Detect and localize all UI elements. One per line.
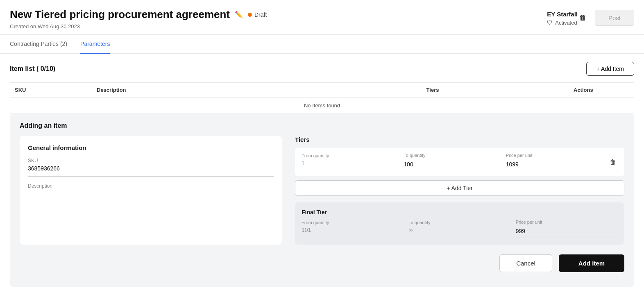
tiers-section: Tiers From quantity 1 To quantity (295, 136, 624, 245)
edit-icon[interactable]: ✏️ (235, 11, 243, 18)
final-tier-price: Price per unit (516, 220, 618, 238)
tiers-title: Tiers (295, 136, 624, 143)
page-title: New Tiered pricing procurement agreement (10, 8, 230, 21)
header-left: New Tiered pricing procurement agreement… (10, 8, 547, 30)
tier-delete-button-1[interactable]: 🗑 (608, 157, 618, 168)
table-empty-row: No Items found (10, 98, 634, 114)
col-header-actions: Actions (569, 83, 634, 98)
adding-section-title: Adding an item (20, 122, 624, 129)
tier-price-1: Price per unit (506, 153, 603, 171)
general-info-title: General information (28, 144, 274, 151)
final-tier-to-value: ∞ (408, 227, 510, 238)
created-label: Created on Wed Aug 30 2023 (10, 23, 547, 30)
item-list-header: Item list ( 0/10) + Add Item (10, 62, 634, 76)
org-name: EY Starfall (547, 11, 578, 18)
final-tier-to: To quantity ∞ (408, 220, 510, 238)
adding-layout: General information SKU 3685936266 Descr… (20, 136, 624, 245)
tier-to-quantity-1: To quantity (404, 153, 501, 171)
tabs: Contracting Parties (2) Parameters (0, 35, 644, 54)
sku-label: SKU (28, 158, 274, 163)
header-center: EY Starfall 🛡 Activated (547, 8, 578, 26)
general-info-panel: General information SKU 3685936266 Descr… (20, 136, 282, 245)
add-item-top-button[interactable]: + Add Item (586, 62, 634, 76)
description-input[interactable] (28, 191, 274, 215)
add-tier-button[interactable]: + Add Tier (295, 180, 624, 196)
main-content: Item list ( 0/10) + Add Item SKU Descrip… (0, 54, 644, 295)
activated-row: 🛡 Activated (547, 19, 577, 26)
empty-message: No Items found (10, 98, 634, 114)
shield-icon: 🛡 (547, 19, 553, 26)
final-tier-title: Final Tier (302, 209, 618, 216)
col-header-sku: SKU (10, 83, 92, 98)
cancel-button[interactable]: Cancel (499, 254, 552, 272)
activated-label: Activated (555, 20, 577, 26)
item-table: SKU Description Tiers Actions No Items f… (10, 82, 634, 113)
final-tier-price-input[interactable] (516, 226, 618, 238)
item-list-title: Item list ( 0/10) (10, 65, 55, 73)
status-dot (248, 13, 252, 17)
final-tier-cols: From quantity 101 To quantity ∞ Price pe… (302, 220, 618, 238)
tier-to-input-1[interactable] (404, 159, 501, 171)
description-label: Description (28, 183, 274, 189)
sku-value[interactable]: 3685936266 (28, 165, 274, 177)
final-tier-from-value: 101 (302, 227, 404, 238)
header-actions: 🗑 Post (578, 8, 634, 26)
status-label: Draft (254, 11, 267, 18)
final-tier-panel: Final Tier From quantity 101 To quantity… (295, 202, 624, 245)
tier-price-input-1[interactable] (506, 159, 603, 171)
tier-from-quantity-1: From quantity 1 (302, 153, 399, 171)
col-header-description: Description (92, 83, 297, 98)
final-tier-from: From quantity 101 (302, 220, 404, 238)
post-button[interactable]: Post (595, 10, 634, 26)
tab-contracting-parties[interactable]: Contracting Parties (2) (10, 35, 67, 54)
adding-section: Adding an item General information SKU 3… (10, 114, 634, 287)
footer-actions: Cancel Add Item (20, 254, 624, 279)
delete-button[interactable]: 🗑 (578, 12, 588, 24)
status-badge: Draft (248, 11, 267, 18)
col-header-tiers: Tiers (297, 83, 569, 98)
tier-from-value-1: 1 (302, 160, 399, 171)
tier-row-1: From quantity 1 To quantity Price per un… (295, 148, 624, 176)
tab-parameters[interactable]: Parameters (80, 35, 110, 54)
title-row: New Tiered pricing procurement agreement… (10, 8, 547, 21)
tier-cols-1: From quantity 1 To quantity Price per un… (302, 153, 618, 171)
submit-button[interactable]: Add Item (559, 254, 624, 272)
page-header: New Tiered pricing procurement agreement… (0, 0, 644, 35)
